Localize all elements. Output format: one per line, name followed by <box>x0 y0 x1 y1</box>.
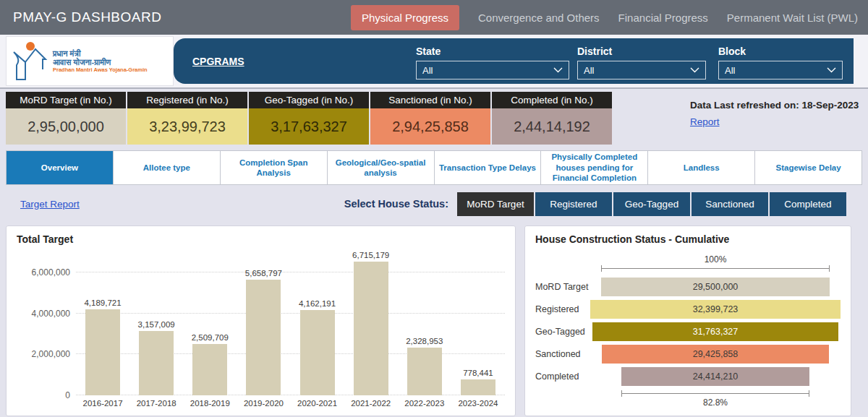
status-button-sanctioned[interactable]: Sanctioned <box>692 192 768 216</box>
bar-2020-2021[interactable] <box>300 310 335 395</box>
target-report-link[interactable]: Target Report <box>20 199 80 210</box>
bar-slot-2016-2017: 4,189,721 <box>76 251 129 395</box>
funnel-bar-completed[interactable]: 24,414,210 <box>621 367 810 386</box>
kpi-geo-tagged-value: 3,17,63,327 <box>249 108 369 145</box>
x-tick-label: 2022-2023 <box>398 399 451 408</box>
funnel-category-label: Geo-Tagged <box>525 327 590 337</box>
funnel-row-geo-tagged: Geo-Tagged31,763,327 <box>525 320 851 343</box>
tab-overview[interactable]: Overview <box>7 151 114 184</box>
kpi-geo-tagged: Geo-Tagged (in No.) 3,17,63,327 <box>249 92 369 145</box>
nav-physical-progress[interactable]: Physical Progress <box>351 5 459 30</box>
data-refresh-text: Data Last refreshed on: 18-Sep-2023 <box>690 100 862 111</box>
bar-2022-2023[interactable] <box>407 348 442 395</box>
status-button-mord-target[interactable]: MoRD Target <box>457 192 534 216</box>
funnel-category-label: Completed <box>525 371 590 382</box>
pmayg-logo-text: प्रधान मंत्री आवास योजना-ग्रामीण Pradhan… <box>53 49 148 74</box>
x-tick-label: 2021-2022 <box>344 399 398 408</box>
logo-hindi-line2: आवास योजना-ग्रामीण <box>53 58 148 67</box>
kpi-registered: Registered (in No.) 3,23,99,723 <box>127 92 247 145</box>
tab-landless[interactable]: Landless <box>648 151 755 184</box>
bar-2021-2022[interactable] <box>354 262 388 395</box>
filter-row: प्रधान मंत्री आवास योजना-ग्रामीण Pradhan… <box>0 35 868 89</box>
bar-value-label: 6,715,179 <box>352 251 389 259</box>
nav-permanent-wait-list[interactable]: Permanent Wait List (PWL) <box>727 12 858 24</box>
pmayg-house-icon <box>11 40 48 82</box>
funnel-bar-mord-target[interactable]: 29,500,000 <box>601 278 829 296</box>
x-tick-label: 2016-2017 <box>76 399 129 408</box>
top-header: PMAY-G DASHBOARD Physical Progress Conve… <box>0 0 868 35</box>
logo-hindi-line1: प्रधान मंत्री <box>53 49 148 59</box>
tab-allotee-type[interactable]: Allotee type <box>114 151 221 184</box>
bar-slot-2023-2024: 778,441 <box>451 251 505 395</box>
bar-2018-2019[interactable] <box>192 344 227 395</box>
house-construction-status-title: House Construction Status - Cumulative <box>535 233 851 245</box>
kpi-registered-label: Registered (in No.) <box>127 92 247 108</box>
block-filter-group: Block All <box>718 46 843 79</box>
x-tick-label: 2018-2019 <box>183 399 237 408</box>
total-target-panel: Total Target 02,000,0004,000,0006,000,00… <box>6 225 516 416</box>
chevron-down-icon <box>553 67 563 73</box>
app-title: PMAY-G DASHBOARD <box>13 9 161 25</box>
bar-value-label: 778,441 <box>463 369 493 377</box>
report-link[interactable]: Report <box>690 116 720 127</box>
bar-slot-2021-2022: 6,715,179 <box>344 251 398 395</box>
funnel-bottom-bracket <box>621 390 810 397</box>
funnel-bar-sanctioned[interactable]: 29,425,858 <box>602 345 829 364</box>
funnel-bar-registered[interactable]: 32,399,723 <box>590 300 841 319</box>
bar-2019-2020[interactable] <box>246 280 281 395</box>
district-filter-label: District <box>577 46 706 57</box>
kpi-completed: Completed (in No.) 2,44,14,192 <box>492 92 612 145</box>
funnel-category-label: MoRD Target <box>525 282 590 292</box>
block-dropdown[interactable]: All <box>718 61 843 79</box>
tab-transaction-type-delays[interactable]: Transaction Type Delays <box>435 151 542 184</box>
pmayg-dashboard-page: PMAY-G DASHBOARD Physical Progress Conve… <box>0 0 868 417</box>
filter-panel: CPGRAMS State All District All Block All <box>174 38 854 84</box>
district-dropdown[interactable]: All <box>577 61 706 79</box>
bar-2016-2017[interactable] <box>85 309 120 395</box>
funnel-row-mord-target: MoRD Target29,500,000 <box>525 275 851 298</box>
block-filter-label: Block <box>718 46 843 57</box>
bar-slot-2019-2020: 5,658,797 <box>237 251 290 395</box>
funnel-bottom-percent-label: 82.8% <box>703 397 728 408</box>
chevron-down-icon <box>690 67 699 73</box>
status-button-completed[interactable]: Completed <box>770 192 846 216</box>
tab-completion-span-analysis[interactable]: Completion Span Analysis <box>221 151 328 184</box>
tab-row: Overview Allotee type Completion Span An… <box>6 150 862 185</box>
funnel-category-label: Registered <box>525 304 590 314</box>
state-filter-label: State <box>416 46 569 57</box>
bar-value-label: 3,157,009 <box>138 320 175 329</box>
tab-geological-geo-spatial-analysis[interactable]: Geological/Geo-spatial analysis <box>328 151 435 184</box>
state-dropdown[interactable]: All <box>416 61 569 79</box>
bar-value-label: 4,162,191 <box>299 299 336 308</box>
funnel-top-percent-label: 100% <box>705 254 727 265</box>
kpi-row: MoRD Target (in No.) 2,95,00,000 Registe… <box>6 92 862 145</box>
nav-financial-progress[interactable]: Financial Progress <box>618 12 708 24</box>
y-tick-label: 4,000,000 <box>9 309 70 319</box>
bar-value-label: 2,328,953 <box>406 337 443 345</box>
kpi-sanctioned: Sanctioned (in No.) 2,94,25,858 <box>370 92 490 145</box>
x-tick-label: 2020-2021 <box>291 399 344 408</box>
block-dropdown-value: All <box>725 65 735 76</box>
kpi-completed-value: 2,44,14,192 <box>492 108 612 145</box>
tab-physically-completed-pending-financial[interactable]: Physically Completed houses pending for … <box>541 151 648 184</box>
kpi-sanctioned-label: Sanctioned (in No.) <box>370 92 490 108</box>
nav-convergence-and-others[interactable]: Convergence and Others <box>478 12 600 24</box>
bar-value-label: 5,658,797 <box>245 269 282 278</box>
bar-slot-2018-2019: 2,509,709 <box>183 251 237 395</box>
cpgrams-link[interactable]: CPGRAMS <box>192 56 244 67</box>
bar-2017-2018[interactable] <box>139 331 174 395</box>
status-button-geo-tagged[interactable]: Geo-Tagged <box>613 192 690 216</box>
status-button-registered[interactable]: Registered <box>535 192 612 216</box>
house-status-group: Select House Status: MoRD Target Registe… <box>344 192 846 216</box>
total-target-plot: 02,000,0004,000,0006,000,0004,189,7213,1… <box>76 251 505 395</box>
district-filter-group: District All <box>577 46 706 79</box>
status-row: Target Report Select House Status: MoRD … <box>20 192 846 216</box>
x-tick-label: 2019-2020 <box>237 399 290 408</box>
funnel-row-sanctioned: Sanctioned29,425,858 <box>525 343 851 365</box>
district-dropdown-value: All <box>584 65 594 76</box>
funnel-bar-geo-tagged[interactable]: 31,763,327 <box>592 322 838 341</box>
x-tick-label: 2017-2018 <box>129 399 183 408</box>
bar-slots: 4,189,7213,157,0092,509,7095,658,7974,16… <box>76 251 505 395</box>
tab-stagewise-delay[interactable]: Stagewise Delay <box>755 151 861 184</box>
bar-2023-2024[interactable] <box>461 379 495 395</box>
